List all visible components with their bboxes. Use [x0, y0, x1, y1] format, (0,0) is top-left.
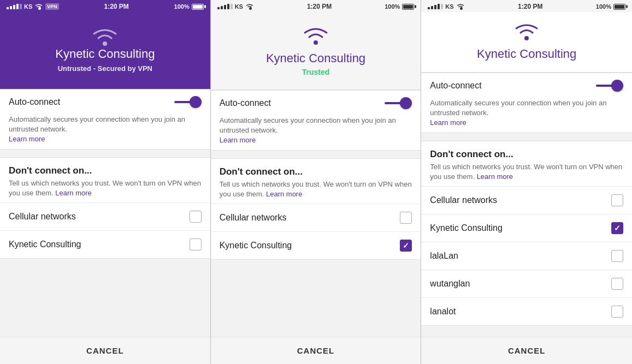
dont-connect-section-3: Don't connect on... Tell us which networ… — [421, 141, 632, 326]
time-1: 1:20 PM — [104, 3, 128, 10]
auto-connect-desc-text-1: Automatically secures your connection wh… — [9, 115, 185, 133]
checkbox-kynetic-3[interactable] — [611, 222, 623, 234]
network-item-wutanglan-3: wutanglan — [421, 270, 632, 297]
auto-connect-section-1: Auto-connect Automatically secures your … — [0, 89, 210, 150]
auto-connect-desc-2: Automatically secures your connection wh… — [211, 116, 421, 150]
cancel-bar-1[interactable]: CANCEL — [0, 337, 210, 364]
dont-connect-title-2: Don't connect on... — [211, 159, 421, 180]
carrier-3: KS — [445, 3, 453, 10]
toggle-thumb-2 — [400, 97, 412, 109]
battery-icon-3 — [613, 4, 625, 10]
status-left-3: KS — [428, 3, 464, 10]
dont-connect-title-1: Don't connect on... — [0, 158, 210, 178]
network-name-cellular-1: Cellular networks — [9, 212, 76, 222]
phone-2: KS 1:20 PM 100% Kyneti — [211, 0, 422, 364]
checkbox-lalalan-3[interactable] — [611, 250, 623, 262]
status-left-1: KS VPN — [7, 3, 59, 10]
cancel-text-2: CANCEL — [297, 346, 335, 355]
status-bar-1: KS VPN 1:20 PM 100% — [0, 0, 210, 12]
learn-more-1[interactable]: Learn more — [9, 135, 45, 143]
carrier-2: KS — [235, 3, 243, 10]
battery-percent-2: 100% — [385, 3, 400, 10]
svg-point-1 — [314, 40, 318, 45]
battery-percent-3: 100% — [596, 3, 611, 10]
dont-connect-title-3: Don't connect on... — [421, 141, 632, 162]
toggle-thumb-1 — [190, 96, 202, 108]
auto-connect-toggle-row-2: Auto-connect — [211, 91, 421, 116]
wifi-large-icon-3 — [513, 21, 540, 41]
phone-3: KS 1:20 PM 100% Kyneti — [421, 0, 632, 364]
status-right-2: 100% — [385, 3, 414, 10]
cancel-bar-2[interactable]: CANCEL — [211, 337, 421, 364]
wifi-large-icon-2 — [299, 22, 332, 46]
phone-3-content: Auto-connect Automatically secures your … — [421, 73, 632, 337]
phone-1: KS VPN 1:20 PM 100% — [0, 0, 211, 364]
network-name-kynetic-2: Kynetic Consulting — [220, 241, 292, 250]
signal-dots-3 — [428, 4, 443, 9]
checkbox-wutanglan-3[interactable] — [611, 278, 623, 290]
wifi-large-icon-1 — [88, 23, 121, 47]
network-item-cellular-1: Cellular networks — [0, 202, 210, 230]
phone-1-header: Kynetic Consulting Untrusted - Secured b… — [0, 12, 210, 89]
dont-connect-sub-text-3: Tell us which networks you trust. We won… — [430, 163, 622, 181]
network-item-cellular-2: Cellular networks — [211, 204, 421, 231]
checkbox-lanalot-3[interactable] — [611, 306, 623, 318]
auto-connect-desc-text-3: Automatically secures your connection wh… — [430, 99, 606, 117]
toggle-switch-2[interactable] — [385, 97, 412, 109]
learn-more-dont-1[interactable]: Learn more — [55, 189, 91, 197]
auto-connect-label-1: Auto-connect — [9, 97, 60, 107]
time-3: 1:20 PM — [518, 3, 542, 10]
status-bar-3: KS 1:20 PM 100% — [421, 0, 632, 12]
network-item-kynetic-2: Kynetic Consulting — [211, 231, 421, 259]
network-item-kynetic-1: Kynetic Consulting — [0, 230, 210, 258]
trusted-label-2: Trusted — [302, 68, 330, 76]
auto-connect-section-2: Auto-connect Automatically secures your … — [211, 90, 421, 151]
checkbox-kynetic-1[interactable] — [190, 238, 202, 250]
wifi-status-icon-2 — [245, 3, 254, 10]
vpn-badge-1: VPN — [45, 3, 59, 10]
network-name-kynetic-1: Kynetic Consulting — [9, 240, 81, 249]
dont-connect-sub-2: Tell us which networks you trust. We won… — [211, 180, 421, 204]
checkbox-kynetic-2[interactable] — [400, 240, 412, 252]
status-bar-2: KS 1:20 PM 100% — [211, 0, 421, 12]
phone-2-title: Kynetic Consulting — [266, 51, 365, 65]
network-item-lanalot-3: lanalot — [421, 297, 632, 325]
svg-point-0 — [103, 41, 107, 46]
network-name-lanalot-3: lanalot — [430, 307, 456, 317]
cancel-bar-3[interactable]: CANCEL — [421, 337, 632, 364]
checkbox-cellular-2[interactable] — [400, 212, 412, 224]
dont-connect-sub-text-2: Tell us which networks you trust. We won… — [220, 180, 412, 198]
dont-connect-section-1: Don't connect on... Tell us which networ… — [0, 157, 210, 259]
network-name-kynetic-3: Kynetic Consulting — [430, 223, 503, 233]
network-item-kynetic-3: Kynetic Consulting — [421, 214, 632, 242]
phone-1-title: Kynetic Consulting — [55, 47, 155, 61]
signal-dots-1 — [7, 4, 22, 9]
cancel-text-1: CANCEL — [86, 346, 124, 355]
learn-more-3[interactable]: Learn more — [430, 118, 466, 127]
dont-connect-section-2: Don't connect on... Tell us which networ… — [211, 158, 421, 260]
toggle-switch-1[interactable] — [174, 96, 202, 108]
learn-more-dont-2[interactable]: Learn more — [266, 190, 302, 198]
toggle-thumb-3 — [611, 80, 623, 92]
learn-more-dont-3[interactable]: Learn more — [477, 172, 513, 181]
auto-connect-label-3: Auto-connect — [430, 81, 481, 91]
checkbox-cellular-1[interactable] — [190, 211, 202, 223]
dont-connect-sub-text-1: Tell us which networks you trust. We won… — [9, 179, 201, 197]
battery-icon-1 — [192, 4, 204, 10]
battery-percent-1: 100% — [174, 3, 190, 10]
phone-1-subtitle: Untrusted - Secured by VPN — [58, 64, 152, 73]
network-name-wutanglan-3: wutanglan — [430, 279, 470, 289]
dont-connect-sub-3: Tell us which networks you trust. We won… — [421, 162, 632, 186]
network-name-lalalan-3: lalaLan — [430, 251, 458, 261]
phone-3-header: Kynetic Consulting — [421, 12, 632, 73]
wifi-status-icon-1 — [34, 3, 43, 10]
checkbox-cellular-3[interactable] — [611, 194, 623, 206]
phone-2-content: Auto-connect Automatically secures your … — [211, 90, 421, 337]
auto-connect-desc-3: Automatically secures your connection wh… — [421, 98, 632, 133]
network-name-cellular-3: Cellular networks — [430, 195, 497, 205]
toggle-switch-3[interactable] — [596, 80, 623, 92]
auto-connect-toggle-row-3: Auto-connect — [421, 73, 632, 98]
auto-connect-toggle-row-1: Auto-connect — [0, 89, 210, 115]
auto-connect-label-2: Auto-connect — [220, 98, 271, 108]
learn-more-2[interactable]: Learn more — [220, 136, 256, 144]
